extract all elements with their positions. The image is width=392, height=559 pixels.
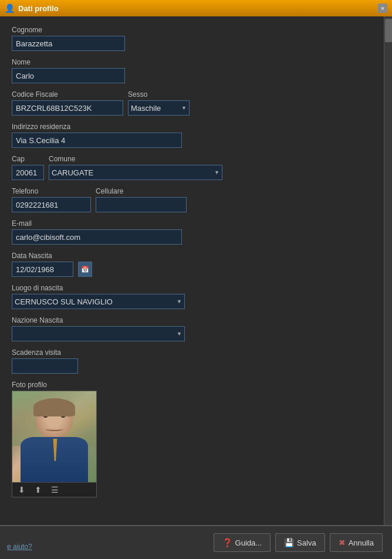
luogo-group: Luogo di nascita CERNUSCO SUL NAVIGLIO bbox=[12, 284, 376, 309]
codice-input[interactable] bbox=[12, 100, 123, 116]
scadenza-group: Scadenza visita bbox=[12, 348, 376, 374]
cellulare-input[interactable] bbox=[96, 197, 187, 212]
main-content: Cognome Nome Codice Fiscale Sesso bbox=[0, 16, 392, 525]
title-bar: 👤 Dati profilo × bbox=[0, 0, 392, 16]
foto-download-button[interactable]: ⬇ bbox=[16, 485, 28, 494]
comune-label: Comune bbox=[49, 155, 222, 163]
email-input[interactable] bbox=[12, 229, 182, 245]
cognome-input[interactable] bbox=[12, 36, 125, 51]
foto-hair bbox=[33, 398, 76, 416]
telefono-label: Telefono bbox=[12, 187, 91, 195]
foto-group: Foto profilo bbox=[12, 381, 376, 497]
scadenza-input[interactable] bbox=[12, 358, 78, 374]
codice-sesso-group: Codice Fiscale Sesso Maschile Femminile bbox=[12, 90, 376, 116]
nazione-select[interactable] bbox=[12, 326, 185, 341]
sesso-wrapper: Maschile Femminile bbox=[128, 100, 190, 116]
codice-sesso-row: Codice Fiscale Sesso Maschile Femminile bbox=[12, 90, 376, 116]
foto-label: Foto profilo bbox=[12, 381, 376, 389]
cap-group: Cap bbox=[12, 155, 44, 180]
codice-label: Codice Fiscale bbox=[12, 90, 123, 99]
telefono-group: Telefono bbox=[12, 187, 91, 212]
nazione-group: Nazione Nascita bbox=[12, 316, 376, 341]
nome-label: Nome bbox=[12, 58, 376, 66]
luogo-wrapper: CERNUSCO SUL NAVIGLIO bbox=[12, 294, 185, 309]
data-nascita-row: 📅 bbox=[12, 262, 376, 277]
bottom-bar: e aiuto? ❓ Guida... 💾 Salva ✖ Annulla bbox=[0, 525, 392, 559]
indirizzo-group: Indirizzo residenza bbox=[12, 123, 376, 148]
help-link[interactable]: e aiuto? bbox=[7, 543, 32, 551]
cellulare-label: Cellulare bbox=[96, 187, 187, 195]
sesso-select[interactable]: Maschile Femminile bbox=[128, 100, 190, 116]
data-nascita-label: Data Nascita bbox=[12, 252, 376, 260]
foto-controls: ⬇ ⬆ ☰ bbox=[12, 482, 96, 497]
comune-wrapper: CARUGATE bbox=[49, 165, 222, 180]
cellulare-group: Cellulare bbox=[96, 187, 187, 212]
window-title: Dati profilo bbox=[18, 4, 378, 13]
comune-group: Comune CARUGATE bbox=[49, 155, 222, 180]
scadenza-label: Scadenza visita bbox=[12, 348, 376, 357]
cognome-group: Cognome bbox=[12, 26, 376, 51]
foto-smile bbox=[45, 427, 63, 431]
sesso-group: Sesso Maschile Femminile bbox=[128, 90, 190, 116]
indirizzo-input[interactable] bbox=[12, 133, 182, 148]
foto-upload-button[interactable]: ⬆ bbox=[32, 485, 44, 494]
cancel-label: Annulla bbox=[349, 538, 374, 547]
data-nascita-group: Data Nascita 📅 bbox=[12, 252, 376, 277]
indirizzo-label: Indirizzo residenza bbox=[12, 123, 376, 131]
form-area: Cognome Nome Codice Fiscale Sesso bbox=[0, 16, 392, 525]
close-button[interactable]: × bbox=[378, 4, 387, 13]
cap-input[interactable] bbox=[12, 165, 44, 180]
help-icon: ❓ bbox=[222, 538, 232, 547]
save-icon: 💾 bbox=[284, 538, 294, 547]
codice-group: Codice Fiscale bbox=[12, 90, 123, 116]
cognome-label: Cognome bbox=[12, 26, 376, 34]
save-button[interactable]: 💾 Salva bbox=[275, 533, 325, 552]
nome-group: Nome bbox=[12, 58, 376, 83]
cap-label: Cap bbox=[12, 155, 44, 163]
save-label: Salva bbox=[297, 538, 316, 547]
foto-image bbox=[12, 391, 96, 482]
email-group: E-mail bbox=[12, 219, 376, 245]
scrollbar[interactable] bbox=[384, 16, 392, 525]
cancel-icon: ✖ bbox=[339, 538, 346, 547]
cancel-button[interactable]: ✖ Annulla bbox=[330, 533, 383, 552]
cap-comune-row: Cap Comune CARUGATE bbox=[12, 155, 376, 180]
bottom-spacer bbox=[12, 504, 376, 516]
comune-select[interactable]: CARUGATE bbox=[49, 165, 222, 180]
help-label: Guida... bbox=[235, 538, 262, 547]
foto-menu-button[interactable]: ☰ bbox=[49, 485, 60, 494]
data-nascita-input[interactable] bbox=[12, 262, 73, 277]
date-picker-button[interactable]: 📅 bbox=[78, 262, 92, 277]
profile-window: 👤 Dati profilo × Cognome Nome bbox=[0, 0, 392, 559]
nazione-label: Nazione Nascita bbox=[12, 316, 376, 324]
tel-cell-group: Telefono Cellulare bbox=[12, 187, 376, 212]
foto-container: ⬇ ⬆ ☰ bbox=[12, 391, 97, 497]
sesso-label: Sesso bbox=[128, 90, 190, 99]
profile-icon: 👤 bbox=[5, 4, 15, 13]
email-label: E-mail bbox=[12, 219, 376, 228]
cap-comune-group: Cap Comune CARUGATE bbox=[12, 155, 376, 180]
scrollbar-thumb[interactable] bbox=[385, 19, 392, 42]
tel-cell-row: Telefono Cellulare bbox=[12, 187, 376, 212]
nome-input[interactable] bbox=[12, 68, 125, 83]
foto-bg bbox=[12, 391, 96, 482]
nazione-wrapper bbox=[12, 326, 185, 341]
luogo-label: Luogo di nascita bbox=[12, 284, 376, 292]
help-button[interactable]: ❓ Guida... bbox=[214, 533, 271, 552]
telefono-input[interactable] bbox=[12, 197, 91, 212]
luogo-select[interactable]: CERNUSCO SUL NAVIGLIO bbox=[12, 294, 185, 309]
